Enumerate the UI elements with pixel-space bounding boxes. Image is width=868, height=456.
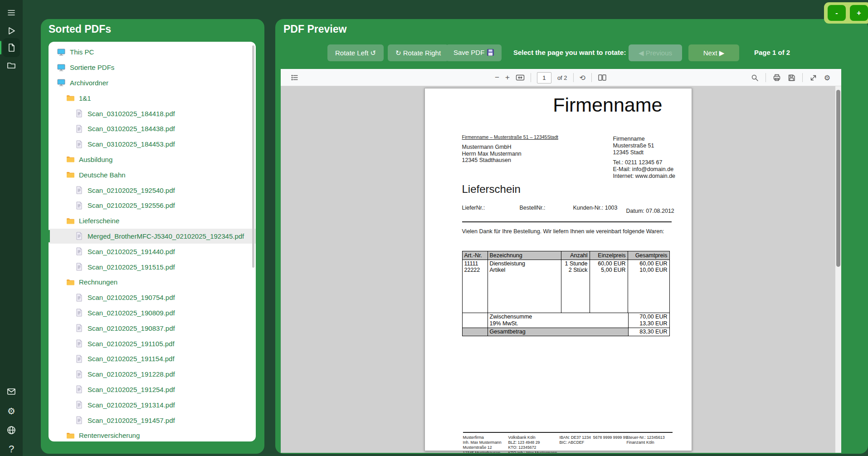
viewer-scrollbar[interactable] bbox=[835, 86, 841, 453]
doc-meta-datum: Datum: 07.08.2012 bbox=[626, 208, 674, 214]
doc-footer-divider bbox=[463, 432, 673, 433]
table-grand-total: Gesamtbetrag 83,30 EUR bbox=[463, 328, 669, 336]
mail-icon[interactable] bbox=[3, 383, 20, 400]
computer-icon bbox=[57, 48, 66, 57]
doc-footer-col-iban: IBAN: DE37 1234 5678 9999 9999 99BIC: AB… bbox=[560, 435, 628, 445]
tree-item[interactable]: Scan_02102025_190809.pdf bbox=[49, 305, 256, 321]
viewer-scrollbar-thumb[interactable] bbox=[836, 90, 840, 267]
pdf-file-icon bbox=[74, 231, 83, 240]
window-zoom-in-button[interactable]: + bbox=[850, 5, 868, 21]
next-page-button[interactable]: Next ▶ bbox=[688, 44, 739, 61]
globe-icon[interactable] bbox=[3, 422, 20, 438]
previous-page-button[interactable]: ◀ Previous bbox=[629, 44, 682, 61]
tree-item[interactable]: Scan_02102025_191314.pdf bbox=[49, 397, 256, 412]
tree-item[interactable]: Lieferscheine bbox=[49, 213, 256, 229]
doc-footer-col-tax: Steuer-Nr.: 12345613Finanzamt Köln bbox=[627, 435, 665, 445]
doc-recipient-block: Mustermann GmbH Herrn Max Mustermann 123… bbox=[462, 144, 522, 164]
tree-item[interactable]: Scan_02102025_191228.pdf bbox=[49, 367, 256, 382]
tree-item[interactable]: Scan_02102025_192556.pdf bbox=[49, 198, 256, 213]
tree-item-label: Lieferscheine bbox=[79, 217, 119, 225]
tree-item[interactable]: Scan_03102025_184438.pdf bbox=[49, 121, 256, 137]
pdf-file-icon bbox=[74, 262, 83, 271]
doc-meta-liefernr: LieferNr.: bbox=[462, 205, 485, 211]
active-nav-accent-bar bbox=[0, 41, 1, 54]
sorted-pdfs-title: Sorted PDFs bbox=[49, 23, 111, 35]
menu-icon[interactable] bbox=[3, 5, 20, 21]
doc-footer-col-company: MusterfirmaInh. Max MustermannMusterstra… bbox=[463, 435, 502, 453]
tree-item[interactable]: Rechnungen bbox=[49, 275, 256, 290]
tree-item-label: Sortierte PDFs bbox=[70, 64, 114, 71]
rotate-left-button[interactable]: Rotate Left ↺ bbox=[327, 44, 384, 61]
tree-item[interactable]: Scan_02102025_191154.pdf bbox=[49, 351, 256, 367]
pdf-file-icon bbox=[74, 186, 83, 195]
window-zoom-out-button[interactable]: - bbox=[828, 5, 846, 21]
page-number-input[interactable] bbox=[537, 72, 551, 83]
tree-item[interactable]: Scan_02102025_191515.pdf bbox=[49, 259, 256, 275]
doc-contact-block: Tel.: 0211 12345 67 E-Mail: info@domain.… bbox=[613, 159, 676, 180]
tree-item[interactable]: Scan_02102025_191440.pdf bbox=[49, 244, 256, 259]
tree-item[interactable]: Scan_02102025_192540.pdf bbox=[49, 182, 256, 198]
pdf-viewer: − + of 2 ⟲ bbox=[281, 69, 841, 453]
file-tree-panel: This PC Sortierte PDFs Archivordner 1&1 … bbox=[49, 42, 256, 441]
doc-title: Lieferschein bbox=[462, 183, 521, 196]
pdf-file-icon bbox=[74, 308, 83, 317]
rotate-right-button[interactable]: ↻ Rotate Right bbox=[388, 44, 449, 61]
tree-item[interactable]: Archivordner bbox=[49, 75, 256, 91]
folder-icon[interactable] bbox=[3, 57, 20, 74]
two-page-view-icon[interactable] bbox=[598, 74, 607, 81]
rotate-page-icon[interactable]: ⟲ bbox=[580, 74, 585, 82]
folder-icon bbox=[66, 216, 75, 226]
pdf-page: Firmenname Firmenname – Musterstraße 51 … bbox=[424, 88, 692, 451]
app-window: ⚙ ? Sorted PDFs This PC Sortierte PDFs bbox=[0, 0, 868, 456]
search-icon[interactable] bbox=[751, 74, 759, 82]
tree-item[interactable]: Deutsche Bahn bbox=[49, 167, 256, 182]
tree-item[interactable]: Scan_02102025_191254.pdf bbox=[49, 382, 256, 397]
tree-item-label: Scan_02102025_191314.pdf bbox=[88, 401, 175, 409]
save-icon[interactable] bbox=[788, 74, 795, 82]
tree-item[interactable]: Merged_BrotherMFC-J5340_02102025_192345.… bbox=[49, 229, 256, 244]
tree-item[interactable]: This PC bbox=[49, 44, 256, 60]
table-body: 1111122222 DienstleistungArtikel 1 Stund… bbox=[463, 260, 669, 313]
tree-item[interactable]: Ausbildung bbox=[49, 152, 256, 167]
settings-icon[interactable]: ⚙ bbox=[3, 403, 20, 419]
table-totals: Zwischensumme 19% MwSt. 70,00 EUR 13,30 … bbox=[463, 313, 669, 328]
pdf-file-icon bbox=[74, 416, 83, 425]
doc-meta-kundennr: Kunden-Nr.: 1003 bbox=[573, 205, 618, 211]
play-icon[interactable] bbox=[3, 23, 20, 39]
folder-icon bbox=[66, 155, 75, 164]
window-zoom-controls: - + bbox=[824, 2, 868, 24]
tree-item-label: Archivordner bbox=[70, 79, 108, 87]
tree-scrollbar[interactable] bbox=[252, 45, 254, 268]
viewer-settings-icon[interactable]: ⚙ bbox=[824, 74, 830, 82]
pdf-file-icon bbox=[74, 247, 83, 256]
tree-item[interactable]: Rentenversicherung bbox=[49, 428, 256, 441]
folder-icon bbox=[66, 431, 75, 440]
tree-item[interactable]: Scan_02102025_191457.pdf bbox=[49, 412, 256, 428]
zoom-out-icon[interactable]: − bbox=[495, 73, 499, 82]
tree-item-label: Scan_02102025_192540.pdf bbox=[88, 186, 175, 194]
tree-item-label: Merged_BrotherMFC-J5340_02102025_192345.… bbox=[88, 232, 244, 240]
viewer-content: Firmenname Firmenname – Musterstraße 51 … bbox=[281, 86, 835, 453]
pdf-preview-title: PDF Preview bbox=[283, 23, 346, 35]
zoom-in-icon[interactable]: + bbox=[505, 73, 510, 82]
tree-item[interactable]: Scan_03102025_184453.pdf bbox=[49, 137, 256, 152]
fullscreen-icon[interactable] bbox=[809, 74, 817, 82]
document-icon[interactable] bbox=[3, 39, 20, 56]
fit-to-width-icon[interactable] bbox=[516, 74, 525, 81]
save-pdf-button[interactable]: Save PDF bbox=[446, 44, 502, 61]
tree-item[interactable]: Scan_02102025_191105.pdf bbox=[49, 336, 256, 351]
page-indicator: Page 1 of 2 bbox=[754, 49, 790, 56]
pdf-file-icon bbox=[74, 339, 83, 348]
viewer-toolbar: − + of 2 ⟲ bbox=[281, 69, 841, 86]
computer-icon bbox=[57, 78, 66, 87]
table-of-contents-icon[interactable] bbox=[291, 74, 299, 82]
tree-item[interactable]: Scan_02102025_190754.pdf bbox=[49, 290, 256, 305]
print-icon[interactable] bbox=[773, 74, 781, 82]
tree-item[interactable]: Sortierte PDFs bbox=[49, 60, 256, 75]
pdf-file-icon bbox=[74, 140, 83, 149]
tree-item[interactable]: Scan_02102025_190837.pdf bbox=[49, 320, 256, 336]
tree-item[interactable]: 1&1 bbox=[49, 90, 256, 106]
tree-item-label: Rechnungen bbox=[79, 278, 117, 286]
tree-item[interactable]: Scan_03102025_184418.pdf bbox=[49, 106, 256, 121]
help-icon[interactable]: ? bbox=[3, 441, 20, 456]
